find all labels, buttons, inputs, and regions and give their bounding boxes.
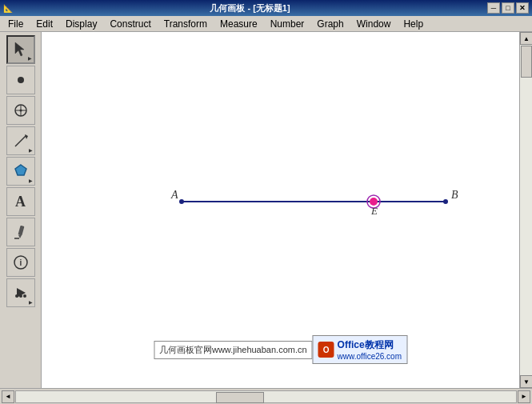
office-site-url: www.office26.com: [338, 352, 402, 361]
menu-construct[interactable]: Construct: [103, 17, 157, 31]
point-a-dot: [179, 199, 184, 204]
scroll-track-horizontal: [15, 390, 517, 403]
menu-graph[interactable]: Graph: [310, 17, 350, 31]
svg-point-5: [19, 110, 22, 112]
menu-help[interactable]: Help: [397, 17, 430, 31]
animation-tool[interactable]: ▶: [6, 278, 35, 307]
minimize-button[interactable]: ─: [487, 2, 500, 14]
point-e-label: E: [370, 205, 378, 217]
svg-point-16: [19, 294, 22, 298]
watermark-right-text: Office教程网 www.office26.com: [338, 338, 402, 361]
select-tool-arrow: ▶: [28, 55, 32, 61]
scroll-up-button[interactable]: ▲: [520, 32, 532, 45]
scroll-down-button[interactable]: ▼: [520, 375, 532, 388]
text-tool[interactable]: A: [6, 187, 35, 216]
title-bar-controls: ─ □ ✕: [487, 2, 529, 14]
info-tool[interactable]: i: [6, 248, 35, 277]
point-a-label: A: [170, 189, 178, 201]
point-b-dot: [443, 199, 448, 204]
title-bar: 📐 几何画板 - [无标题1] ─ □ ✕: [0, 0, 532, 16]
svg-point-17: [23, 294, 26, 298]
svg-marker-8: [15, 165, 26, 175]
point-b-label: B: [451, 189, 458, 201]
close-button[interactable]: ✕: [516, 2, 529, 14]
scroll-thumb-horizontal[interactable]: [216, 392, 264, 403]
horizontal-scrollbar: ◄ ►: [0, 389, 532, 404]
bottom-bar: ◄ ►: [0, 388, 532, 404]
right-scrollbar: ▲ ▼: [519, 32, 532, 388]
menu-display[interactable]: Display: [59, 17, 103, 31]
watermark-left-text: 几何画板官网www.jihehuaban.com.cn: [154, 341, 313, 359]
watermark: 几何画板官网www.jihehuaban.com.cn O Office教程网 …: [154, 335, 407, 364]
main-layout: ▶ ▶: [0, 32, 532, 388]
polygon-tool[interactable]: ▶: [6, 157, 35, 186]
line-tool[interactable]: ▶: [6, 126, 35, 155]
point-tool[interactable]: [6, 66, 35, 94]
animation-tool-arrow: ▶: [29, 299, 33, 305]
svg-marker-0: [15, 42, 24, 56]
line-tool-arrow: ▶: [29, 147, 33, 153]
svg-text:i: i: [19, 258, 22, 267]
polygon-tool-arrow: ▶: [29, 178, 33, 183]
svg-line-6: [15, 135, 26, 146]
menu-edit[interactable]: Edit: [30, 17, 59, 31]
scroll-left-button[interactable]: ◄: [2, 390, 14, 403]
maximize-button[interactable]: □: [502, 2, 514, 14]
svg-point-15: [15, 294, 18, 298]
menu-transform[interactable]: Transform: [158, 17, 214, 31]
svg-point-1: [18, 77, 24, 83]
menu-file[interactable]: File: [2, 17, 30, 31]
compass-tool[interactable]: [6, 96, 35, 125]
title-bar-title: 几何画板 - [无标题1]: [13, 2, 487, 14]
canvas-area[interactable]: A B E 几何画板官网www.jihehuaban.com.cn O Offi…: [42, 32, 519, 388]
marker-tool[interactable]: [6, 218, 35, 246]
watermark-right-box: O Office教程网 www.office26.com: [313, 335, 407, 364]
scroll-thumb-vertical[interactable]: [521, 46, 532, 78]
text-tool-icon: A: [15, 194, 26, 210]
title-bar-icon: 📐: [3, 4, 13, 13]
toolbar: ▶ ▶: [0, 32, 42, 388]
menu-window[interactable]: Window: [350, 17, 398, 31]
menu-number[interactable]: Number: [264, 17, 311, 31]
scroll-track-vertical: [520, 45, 532, 375]
select-tool[interactable]: ▶: [6, 35, 35, 64]
office-icon: O: [318, 342, 334, 358]
svg-rect-9: [18, 226, 24, 236]
scroll-right-button[interactable]: ►: [518, 390, 530, 403]
menu-bar: File Edit Display Construct Transform Me…: [0, 16, 532, 32]
office-site-name: Office教程网: [338, 338, 402, 352]
menu-measure[interactable]: Measure: [214, 17, 264, 31]
